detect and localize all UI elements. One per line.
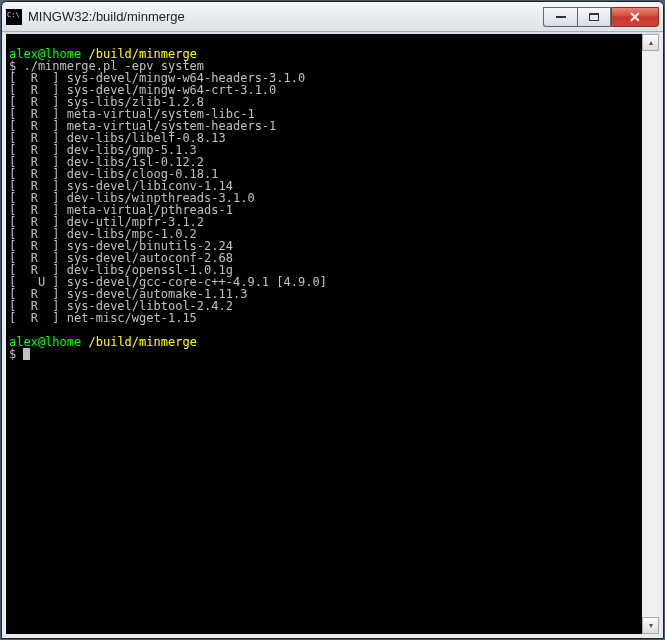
minimize-button[interactable] <box>543 7 577 27</box>
minimize-icon <box>556 15 566 18</box>
cursor <box>23 348 30 360</box>
close-button[interactable]: ✕ <box>611 7 659 27</box>
maximize-button[interactable] <box>577 7 611 27</box>
close-icon: ✕ <box>629 10 641 24</box>
terminal-icon <box>6 9 22 25</box>
window-title: MINGW32:/build/minmerge <box>28 9 543 24</box>
maximize-icon <box>589 13 599 21</box>
scroll-up-button[interactable]: ▴ <box>642 34 659 51</box>
prompt-line: $ <box>9 347 23 361</box>
terminal-container: alex@lhome /build/minmerge $ ./minmerge.… <box>2 32 663 638</box>
scroll-down-button[interactable]: ▾ <box>642 617 659 634</box>
scrollbar[interactable]: ▴ ▾ <box>642 34 659 634</box>
titlebar[interactable]: MINGW32:/build/minmerge ✕ <box>2 2 663 32</box>
package-line: [ R ] net-misc/wget-1.15 <box>9 311 197 325</box>
app-window: MINGW32:/build/minmerge ✕ alex@lhome /bu… <box>1 1 664 639</box>
prompt-path: /build/minmerge <box>88 335 196 349</box>
window-controls: ✕ <box>543 7 659 27</box>
terminal-output[interactable]: alex@lhome /build/minmerge $ ./minmerge.… <box>6 34 642 634</box>
